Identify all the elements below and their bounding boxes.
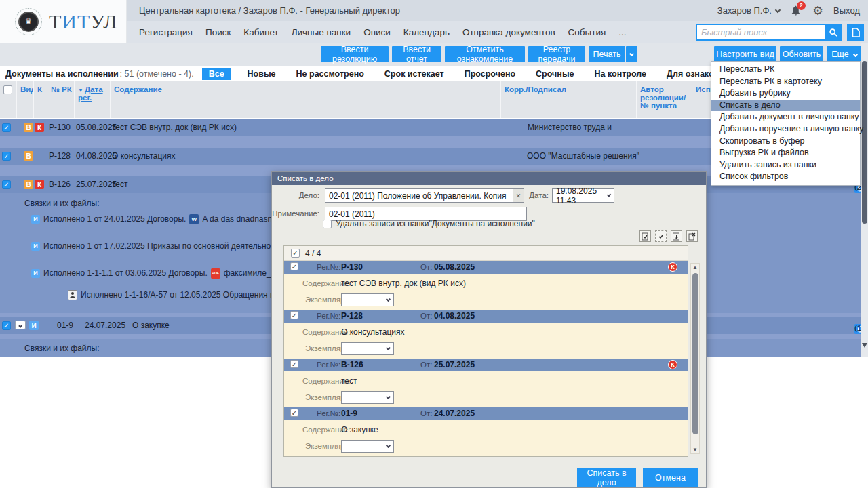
menu-delete-record[interactable]: Удалить запись из папки [711, 159, 860, 171]
main-scrollbar[interactable] [861, 43, 868, 357]
enter-report-button[interactable]: Ввести отчет [392, 46, 441, 62]
row-checkbox[interactable]: ✓ [2, 180, 11, 189]
doc-content: О консультациях [112, 151, 176, 161]
header-content[interactable]: Содержание [111, 81, 501, 118]
link-item[interactable]: И Исполнено 1 от 17.02.2025 Приказы по о… [31, 239, 306, 253]
mark-acquaintance-button[interactable]: Отметить ознакомление [445, 46, 525, 62]
new-document-button[interactable] [847, 24, 864, 41]
nav-events[interactable]: События [568, 27, 606, 37]
print-dropdown-button[interactable] [626, 46, 637, 62]
expand-row-control[interactable] [15, 321, 26, 329]
select-all-icon[interactable] [639, 230, 651, 242]
item-header[interactable]: ✓ Рег.№: 01-9 От: 24.07.2025 [284, 407, 688, 420]
copy-select[interactable] [341, 440, 394, 453]
nav-inventories[interactable]: Описи [363, 27, 391, 37]
nav-cabinet[interactable]: Кабинет [243, 27, 278, 37]
item-checkbox[interactable]: ✓ [290, 360, 298, 368]
item-header[interactable]: ✓ Рег.№: В-126 От: 25.07.2025 К [284, 359, 688, 371]
copy-select[interactable] [341, 342, 394, 355]
delete-records-checkbox[interactable] [323, 220, 332, 228]
menu-add-rubric[interactable]: Добавить рубрику [711, 87, 860, 100]
user-menu[interactable]: Захаров П.Ф. [717, 5, 780, 16]
reg-date: 24.07.2025 [85, 321, 125, 330]
header-k[interactable]: К [34, 81, 47, 118]
notifications-button[interactable]: 2 [790, 4, 802, 18]
delo-input[interactable]: 02-01 (2011) Положение об Управлении. Ко… [325, 188, 524, 203]
clear-selection-icon[interactable] [686, 230, 698, 242]
tab-on-control[interactable]: На контроле [591, 68, 651, 80]
doc-content: О закупке [132, 321, 170, 330]
link-text: Исполнено 1-1-1.1 от 03.06.2025 Договоры… [43, 268, 208, 278]
nav-send-documents[interactable]: Отправка документов [462, 27, 555, 37]
item-header[interactable]: ✓ Рег.№: Р-128 От: 04.08.2025 [284, 310, 688, 323]
scroll-down-icon[interactable]: ▼ [691, 447, 699, 453]
scrollbar-thumb[interactable] [862, 61, 867, 224]
item-checkbox[interactable]: ✓ [290, 262, 298, 270]
select-all-checkbox[interactable] [3, 85, 12, 94]
menu-forward-rk-card[interactable]: Переслать РК в картотеку [711, 76, 860, 88]
row-checkbox[interactable]: ✓ [2, 321, 11, 330]
menu-write-off[interactable]: Списать в дело [711, 100, 860, 112]
from-label: От: [420, 312, 432, 320]
tab-not-reviewed[interactable]: Не рассмотрено [292, 68, 368, 80]
menu-add-doc-personal[interactable]: Добавить документ в личную папку [711, 111, 860, 123]
tab-all[interactable]: Все [202, 68, 231, 80]
nav-personal-folders[interactable]: Личные папки [292, 27, 351, 37]
menu-add-order-personal[interactable]: Добавить поручение в личную папку [711, 123, 860, 136]
item-checkbox[interactable]: ✓ [290, 409, 298, 417]
menu-copy-buffer[interactable]: Скопировать в буфер [711, 136, 860, 148]
menu-filter-list[interactable]: Список фильтров [711, 171, 860, 183]
copy-select[interactable] [341, 391, 394, 404]
header-num[interactable]: № РК [47, 81, 75, 118]
nav-more[interactable]: ... [618, 27, 626, 37]
transfer-register-button[interactable]: Реестр передачи [528, 46, 585, 62]
item-body: Содержание: тест Экземпляр: [284, 371, 688, 407]
logout-button[interactable]: Выход [833, 5, 860, 16]
invert-selection-icon[interactable] [655, 230, 667, 242]
link-item[interactable]: И Исполнено 1 от 24.01.2025 Договоры. W … [31, 212, 307, 226]
nav-search[interactable]: Поиск [205, 27, 231, 37]
date-select[interactable]: 19.08.2025 11:43 [552, 188, 614, 203]
reg-label: Рег.№: [317, 409, 340, 418]
search-button[interactable] [825, 24, 842, 41]
header-corr[interactable]: Корр./Подписал [501, 81, 637, 118]
enter-resolution-button[interactable]: Ввести резолюцию [321, 46, 389, 62]
tab-urgent[interactable]: Срочные [532, 68, 578, 80]
write-off-items-list: ✓ 4 / 4 ✓ Рег.№: Р-130 От: 05.08.2025 К … [283, 245, 688, 457]
app-logo[interactable]: ♛ ТИТУЛ [0, 0, 127, 43]
tab-new[interactable]: Новые [243, 68, 280, 80]
header-vid[interactable]: Вид [17, 81, 34, 118]
header-date[interactable]: ▼Дата рег. [75, 81, 111, 118]
nav-calendar[interactable]: Календарь [403, 27, 450, 37]
select-all-items-checkbox[interactable]: ✓ [291, 249, 300, 258]
print-button[interactable]: Печать [589, 46, 625, 62]
delete-records-option[interactable]: Удалять записи из папки"Документы на исп… [323, 219, 535, 228]
configure-view-button[interactable]: Настроить вид [714, 46, 776, 62]
gear-icon[interactable]: ⚙ [812, 5, 823, 17]
header-author[interactable]: Автор резолюции/№ пункта [637, 81, 692, 118]
scrollbar-thumb[interactable] [692, 273, 698, 434]
scroll-down-icon[interactable] [862, 343, 867, 348]
doc-type-badge: В [24, 151, 33, 161]
link-item[interactable]: И Исполнено 1-1-1.1 от 03.06.2025 Догово… [31, 266, 305, 280]
list-scrollbar[interactable]: ▲ ▼ [690, 263, 700, 454]
row-checkbox[interactable]: ✓ [2, 123, 11, 132]
item-header[interactable]: ✓ Рег.№: Р-130 От: 05.08.2025 К [284, 261, 688, 274]
nav-registration[interactable]: Регистрация [139, 27, 193, 37]
tab-overdue[interactable]: Просрочено [460, 68, 519, 80]
write-off-submit-button[interactable]: Списать в дело [577, 468, 636, 487]
notification-badge: 2 [797, 1, 806, 10]
copy-select[interactable] [341, 293, 394, 306]
row-checkbox[interactable]: ✓ [2, 152, 11, 161]
search-input[interactable] [696, 24, 825, 41]
menu-export-rk[interactable]: Выгрузка РК и файлов [711, 147, 860, 159]
refresh-button[interactable]: Обновить [780, 46, 823, 62]
from-label: От: [420, 361, 432, 369]
more-button[interactable]: Еще [827, 46, 862, 62]
cancel-button[interactable]: Отмена [643, 468, 698, 487]
select-range-icon[interactable] [671, 230, 682, 242]
tab-deadline-soon[interactable]: Срок истекает [380, 68, 448, 80]
scroll-up-icon[interactable]: ▲ [691, 264, 699, 270]
menu-forward-rk[interactable]: Переслать РК [711, 64, 860, 76]
item-checkbox[interactable]: ✓ [290, 311, 298, 319]
